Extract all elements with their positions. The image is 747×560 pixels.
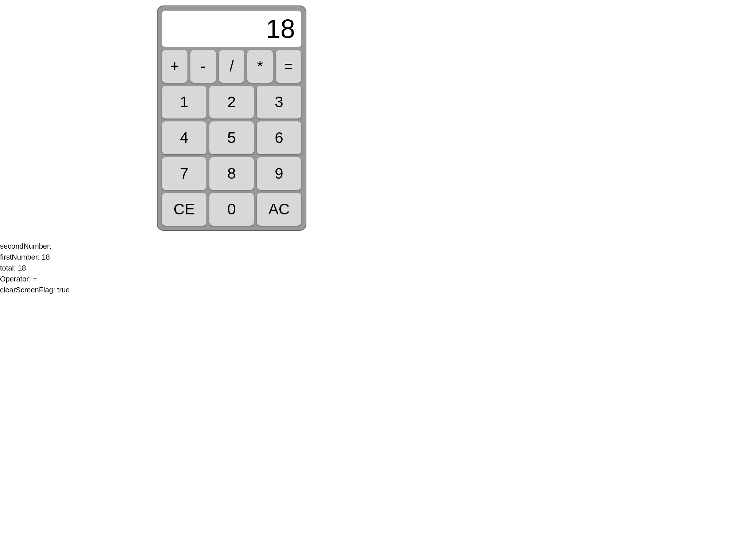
debug-info: secondNumber: firstNumber: 18 total: 18 … (0, 241, 70, 295)
btn-multiply[interactable]: * (247, 50, 273, 83)
btn-ce[interactable]: CE (162, 193, 206, 226)
display-value: 18 (266, 14, 295, 44)
number-row-3: 7 8 9 (162, 157, 301, 190)
calculator-display: 18 (162, 11, 301, 47)
debug-second-number: secondNumber: (0, 241, 70, 252)
btn-equals[interactable]: = (276, 50, 301, 83)
btn-7[interactable]: 7 (162, 157, 206, 190)
btn-0[interactable]: 0 (209, 193, 254, 226)
btn-8[interactable]: 8 (209, 157, 254, 190)
debug-first-number: firstNumber: 18 (0, 252, 70, 262)
btn-divide[interactable]: / (219, 50, 244, 83)
number-row-1: 1 2 3 (162, 86, 301, 118)
debug-operator: Operator: + (0, 273, 70, 284)
buttons-area: + - / * = 1 2 3 4 5 6 7 8 9 CE 0 AC (162, 50, 301, 226)
btn-ac[interactable]: AC (257, 193, 301, 226)
btn-6[interactable]: 6 (257, 121, 301, 154)
btn-9[interactable]: 9 (257, 157, 301, 190)
number-row-4: CE 0 AC (162, 193, 301, 226)
btn-plus[interactable]: + (162, 50, 187, 83)
btn-2[interactable]: 2 (209, 86, 254, 118)
btn-5[interactable]: 5 (209, 121, 254, 154)
btn-1[interactable]: 1 (162, 86, 206, 118)
debug-clear-screen-flag: clearScreenFlag: true (0, 284, 70, 295)
debug-total: total: 18 (0, 262, 70, 273)
btn-3[interactable]: 3 (257, 86, 301, 118)
btn-4[interactable]: 4 (162, 121, 206, 154)
btn-minus[interactable]: - (190, 50, 216, 83)
calculator: 18 + - / * = 1 2 3 4 5 6 7 8 9 (157, 5, 306, 231)
operator-row: + - / * = (162, 50, 301, 83)
number-row-2: 4 5 6 (162, 121, 301, 154)
